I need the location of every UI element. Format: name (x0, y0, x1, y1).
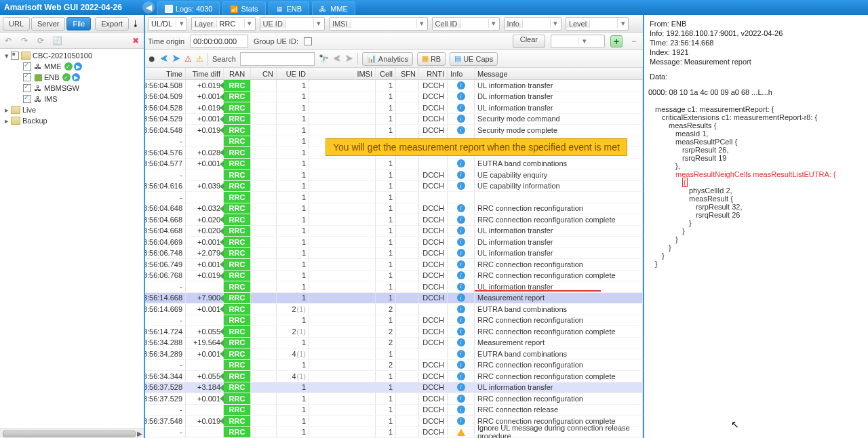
sidebar-scrollbar[interactable]: ▶ (0, 429, 144, 438)
table-row[interactable]: 23:56:37.529+0.001RRC11DCCHiRRC connecti… (145, 393, 643, 405)
table-row[interactable]: 23:56:04.668+0.020RRC11DCCHiUL informati… (145, 226, 643, 237)
table-row[interactable]: 23:56:04.548+0.019RRC11DCCHiSecurity mod… (145, 125, 643, 136)
analytics-button[interactable]: 📊Analytics (362, 52, 413, 66)
tree-node-mbmsgw[interactable]: 🖧MBMSGW (0, 83, 144, 94)
table-row[interactable]: 23:56:34.344+0.055RRC4(1)1DCCHiRRC conne… (145, 371, 643, 382)
error-icon[interactable]: ⚠ (184, 54, 192, 64)
tree-node-enb[interactable]: 🟩ENB✓▶ (0, 72, 144, 83)
nav-fwd-icon[interactable]: ↷ (19, 35, 30, 46)
export-button[interactable]: Export (95, 17, 129, 31)
time-origin-input[interactable] (190, 35, 248, 48)
top-tab-logs-4030[interactable]: Logs: 4030 (157, 1, 220, 15)
nav-first-icon[interactable]: ⮜ (160, 54, 168, 64)
checkbox[interactable] (11, 52, 19, 60)
table-row[interactable]: 23:56:04.668+0.020RRC11DCCHiRRC connecti… (145, 214, 643, 226)
column-cn[interactable]: CN (251, 68, 277, 79)
decode-line: } (648, 243, 864, 252)
column-time[interactable]: Time (145, 68, 186, 79)
column-imsi[interactable]: IMSI (309, 68, 376, 79)
add-filter-icon[interactable]: + (610, 35, 623, 47)
column-ue-id[interactable]: UE ID (277, 68, 309, 79)
search-next-icon[interactable]: ⮞ (345, 54, 353, 64)
column-ran[interactable]: RAN (224, 68, 251, 79)
table-row[interactable]: -RRC11DCCHiUE capability enquiry (145, 170, 643, 181)
table-row[interactable]: 23:56:14.669+0.001RRC2(1)2iEUTRA band co… (145, 304, 643, 315)
refresh-icon[interactable]: ⟳ (35, 35, 46, 46)
table-row[interactable]: 23:56:04.528+0.019RRC11DCCHiUL informati… (145, 102, 643, 114)
log-grid[interactable]: 23:56:04.508+0.019RRC11DCCHiUL informati… (145, 80, 643, 438)
checkbox[interactable] (23, 95, 31, 103)
scroll-lock-icon[interactable]: ⏺ (148, 54, 156, 64)
table-row[interactable]: 23:56:37.528+3.184RRC11DCCHiUL informati… (145, 382, 643, 394)
tree-node-mme[interactable]: 🖧MME✓▶ (0, 61, 144, 72)
ueid-combo[interactable]: UE ID▾ (260, 17, 325, 31)
table-row[interactable]: 23:56:06.749+0.001RRC11DCCHiRRC connecti… (145, 259, 643, 271)
rb-button[interactable]: ▦RB (417, 52, 446, 66)
uecaps-button[interactable]: ▤UE Caps (450, 52, 498, 66)
top-tab-enb[interactable]: ENB (269, 1, 310, 15)
tree-node-backup[interactable]: ▸Backup (0, 115, 144, 126)
table-row[interactable]: -RRC12DCCHiRRC connection reconfiguratio… (145, 360, 643, 372)
clear-button[interactable]: Clear (513, 35, 545, 48)
twisty-icon[interactable]: ▸ (3, 106, 11, 115)
level-combo[interactable]: Level▾ (566, 17, 629, 31)
checkbox[interactable] (23, 84, 31, 92)
table-row[interactable]: -RRC11DCCHiRRC connection reconfiguratio… (145, 315, 643, 327)
top-tab-mme[interactable]: MME (312, 1, 355, 15)
download-icon[interactable]: ⭳ (130, 18, 141, 29)
decode-panel[interactable]: 0000: 08 10 1a 4c 00 09 a0 68 ...L...hme… (644, 85, 868, 438)
imsi-combo[interactable]: IMSI▾ (329, 17, 428, 31)
tree-node-live[interactable]: ▸Live (0, 104, 144, 115)
decode-line: } (648, 227, 864, 235)
column-rnti[interactable]: RNTI (419, 68, 448, 79)
info-combo[interactable]: Info▾ (504, 17, 561, 31)
column-time-diff[interactable]: Time diff (186, 68, 224, 79)
table-row[interactable]: 23:56:04.616+0.039RRC11DCCHiUE capabilit… (145, 181, 643, 193)
warn-icon[interactable]: ⚠ (196, 54, 203, 64)
chevron-down-icon[interactable]: ▾ (176, 19, 186, 28)
table-row[interactable]: 23:56:04.669+0.001RRC11DCCHiDL informati… (145, 237, 643, 248)
clear-combo[interactable]: ▾ (551, 35, 605, 48)
table-row[interactable]: 23:56:14.724+0.055RRC2(1)2DCCHiRRC conne… (145, 326, 643, 338)
table-row[interactable]: -RRC11DCCHiRRC connection release (145, 405, 643, 416)
table-row[interactable]: 23:56:06.748+2.079RRC11DCCHiUL informati… (145, 248, 643, 260)
uldl-combo[interactable]: UL/DL▾ (148, 17, 187, 31)
twisty-icon[interactable]: ▸ (3, 117, 11, 125)
nav-last-icon[interactable]: ⮞ (172, 54, 180, 64)
layer-combo[interactable]: LayerRRC▾ (191, 17, 256, 31)
checkbox[interactable] (23, 62, 31, 71)
url-button[interactable]: URL (3, 17, 30, 31)
table-row[interactable]: -RRC11DCCHIgnore UL message during conne… (145, 427, 643, 439)
table-row[interactable]: 23:56:34.289+0.001RRC4(1)1iEUTRA band co… (145, 349, 643, 360)
collapse-sidebar-icon[interactable]: ◀ (142, 1, 155, 14)
file-button[interactable]: File (66, 17, 91, 31)
binoculars-icon[interactable]: 🔭 (319, 54, 329, 64)
table-row[interactable]: 23:56:06.768+0.019RRC11DCCHiRRC connecti… (145, 271, 643, 282)
top-tab-stats[interactable]: Stats (222, 1, 265, 15)
checkbox[interactable] (23, 73, 31, 81)
column-info[interactable]: Info (448, 68, 475, 79)
table-row[interactable]: -RRC11 (145, 192, 643, 203)
table-row[interactable]: 23:56:04.508+0.019RRC11DCCHiUL informati… (145, 80, 643, 92)
table-row[interactable]: 23:56:04.529+0.001RRC11DCCHiSecurity mod… (145, 114, 643, 125)
table-row[interactable]: 23:56:04.577+0.001RRC11iEUTRA band combi… (145, 159, 643, 170)
tree-node-ims[interactable]: 🖧IMS (0, 94, 144, 104)
group-ue-checkbox[interactable] (304, 37, 312, 45)
reload-icon[interactable]: 🔄 (52, 35, 62, 46)
cellid-combo[interactable]: Cell ID▾ (432, 17, 500, 31)
table-row[interactable]: 23:56:14.668+7.900RRC11DCCHiMeasurement … (145, 293, 643, 304)
search-input[interactable] (240, 52, 315, 66)
close-icon[interactable]: ✖ (130, 35, 141, 46)
column-message[interactable]: Message (475, 68, 643, 79)
table-row[interactable]: 23:56:04.509+0.001RRC11DCCHiDL informati… (145, 92, 643, 103)
table-row[interactable]: 23:56:04.648+0.032RRC11DCCHiRRC connecti… (145, 203, 643, 215)
column-sfn[interactable]: SFN (396, 68, 419, 79)
search-prev-icon[interactable]: ⮜ (333, 54, 341, 64)
tree-node-cbc-2021050100[interactable]: ▾CBC-2021050100 (0, 50, 144, 61)
remove-filter-icon[interactable]: − (628, 35, 640, 47)
column-cell[interactable]: Cell (376, 68, 396, 79)
twisty-icon[interactable]: ▾ (3, 52, 11, 60)
server-button[interactable]: Server (31, 17, 65, 31)
table-row[interactable]: 23:56:34.288+19.564RRC12DCCHiMeasurement… (145, 338, 643, 349)
nav-back-icon[interactable]: ↶ (3, 35, 14, 46)
